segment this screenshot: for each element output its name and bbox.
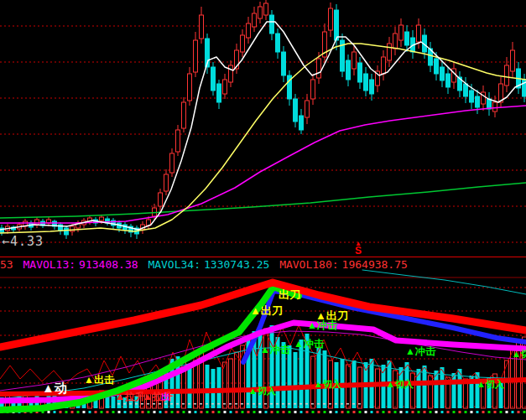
mavol13-value: 913408.38 [79, 258, 138, 271]
tick-mark [123, 403, 126, 405]
tick-mark [365, 411, 367, 413]
candle [164, 174, 169, 191]
candle [253, 13, 257, 27]
tick-mark [83, 411, 86, 413]
candle [270, 15, 274, 34]
tick-mark [318, 411, 320, 413]
tick-mark [135, 403, 138, 405]
tick-mark [453, 411, 456, 413]
candle [358, 63, 362, 82]
candle [335, 10, 339, 40]
candle [493, 102, 497, 111]
price-callout-value: 4.33 [10, 234, 44, 249]
tick-mark [235, 403, 237, 405]
tick-mark [482, 411, 485, 413]
tick-mark [289, 411, 291, 413]
tick-mark [117, 403, 120, 405]
tick-mark [288, 403, 290, 405]
tick-mark [195, 411, 197, 413]
tick-mark [218, 411, 221, 413]
candle [487, 99, 492, 109]
tick-mark [129, 403, 132, 405]
tick-mark [89, 411, 91, 413]
tick-mark [523, 411, 526, 413]
signal-label: ▲切入 [248, 386, 277, 397]
tick-mark [306, 411, 309, 413]
candle [35, 220, 39, 225]
tick-mark [230, 411, 232, 413]
tick-mark [336, 411, 338, 413]
tick-mark [383, 411, 385, 413]
ma-magenta [0, 106, 526, 223]
tick-mark [247, 403, 249, 405]
tick-mark [48, 411, 50, 413]
tick-mark [259, 411, 262, 413]
tick-mark [112, 411, 115, 413]
candle [382, 57, 386, 74]
tick-mark [270, 403, 273, 405]
candle [247, 23, 251, 38]
tick-mark [188, 403, 190, 405]
tick-mark [201, 411, 203, 413]
tick-mark [130, 411, 133, 413]
tick-mark [435, 411, 438, 413]
signal-label: ▲切入 [314, 379, 342, 390]
tick-mark [118, 411, 121, 413]
tick-mark [335, 403, 337, 405]
tick-mark [164, 403, 167, 405]
candle [393, 34, 398, 49]
tick-mark [371, 411, 373, 413]
tick-mark [388, 411, 391, 413]
tick-mark [312, 411, 315, 413]
chart-canvas[interactable]: ▲动▲出击▲拉升▲拉升出▲出刀出刀▲出刀▲冲击▲冲击▲冲击▲冲击▲切入▲切入▲切… [0, 0, 526, 420]
candle [65, 228, 69, 235]
tick-mark [229, 403, 232, 405]
tick-mark [107, 411, 109, 413]
candle [505, 65, 509, 86]
tick-mark [60, 411, 62, 413]
volume-bar [393, 371, 398, 408]
candle [182, 102, 186, 128]
tick-mark [95, 411, 97, 413]
tick-mark [430, 411, 432, 413]
candle [241, 35, 245, 52]
tick-mark [147, 403, 149, 405]
mavol-prefix: 53 [0, 258, 13, 271]
tick-mark [206, 403, 208, 405]
tick-mark [217, 403, 220, 405]
candle [188, 74, 192, 101]
vol-ma-cyan-upper [362, 270, 526, 294]
candle [200, 15, 204, 39]
candle [229, 65, 233, 82]
tick-mark [124, 411, 127, 413]
candle [217, 84, 221, 102]
volume-bar [206, 365, 210, 408]
volume-bar [440, 367, 445, 408]
tick-mark [341, 403, 343, 405]
signal-label: ▲冲击 [405, 345, 436, 357]
tick-mark [294, 403, 296, 405]
tick-mark [177, 411, 180, 413]
candle [464, 84, 468, 96]
tick-mark [241, 403, 243, 405]
tick-mark [141, 403, 143, 405]
volume-bar [358, 367, 362, 408]
signal-label: ▲切入 [386, 379, 414, 390]
tick-mark [277, 411, 279, 413]
mavol180-label: MAVOL180: [279, 258, 338, 271]
tick-mark [159, 403, 161, 405]
tick-mark [465, 411, 467, 413]
candle [311, 80, 315, 99]
volume-bar [376, 369, 380, 408]
candle [476, 96, 480, 107]
tick-mark [341, 411, 344, 413]
signal-label: ▲切 [512, 349, 526, 359]
tick-mark [506, 411, 508, 413]
left-arrow-icon: ← [2, 234, 10, 249]
mavol13-label: MAVOL13: [23, 258, 76, 271]
tick-mark [353, 411, 356, 413]
tick-mark [317, 403, 320, 405]
tick-mark [264, 403, 267, 405]
tick-mark [330, 411, 332, 413]
candle [264, 3, 268, 15]
